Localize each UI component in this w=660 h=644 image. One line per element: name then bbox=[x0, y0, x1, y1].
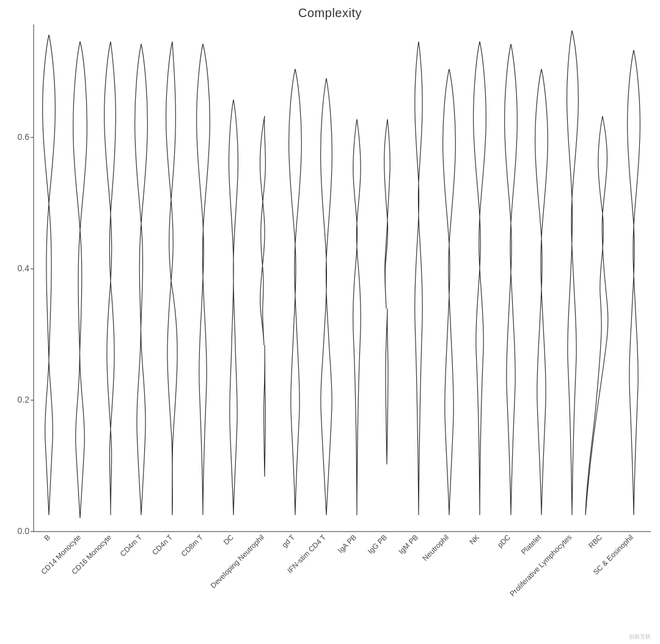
violin-gd-T bbox=[289, 69, 302, 515]
violin-CD16-Monocyte bbox=[105, 42, 116, 515]
svg-text:RBC: RBC bbox=[587, 533, 604, 550]
svg-text:0.4: 0.4 bbox=[18, 263, 30, 273]
violin-RBC bbox=[585, 116, 608, 515]
violin-Proliferative-Lymphocytes bbox=[567, 31, 579, 515]
violin-IgG-PB bbox=[384, 119, 390, 464]
svg-text:0.2: 0.2 bbox=[18, 395, 30, 404]
violin-Neutrophil bbox=[443, 69, 456, 515]
svg-text:B: B bbox=[43, 533, 53, 543]
violin-IgA-PB bbox=[353, 119, 361, 515]
violin-IgM-PB bbox=[415, 42, 423, 515]
svg-text:Platelet: Platelet bbox=[519, 533, 543, 557]
svg-text:NK: NK bbox=[468, 533, 481, 546]
svg-text:pDC: pDC bbox=[496, 533, 512, 549]
svg-text:CD4n T: CD4n T bbox=[150, 533, 174, 557]
svg-text:0.0: 0.0 bbox=[18, 526, 30, 536]
svg-text:0.6: 0.6 bbox=[18, 132, 30, 142]
violin-Platelet bbox=[535, 69, 548, 515]
svg-text:IgM PB: IgM PB bbox=[397, 533, 420, 556]
svg-text:gd T: gd T bbox=[280, 533, 296, 549]
svg-text:创新互联: 创新互联 bbox=[629, 634, 651, 640]
violin-CD4m-T bbox=[135, 44, 148, 515]
violin-CD8m-T bbox=[197, 44, 210, 515]
violin-DC bbox=[229, 100, 238, 515]
violin-IFN-stim-CD4-T bbox=[321, 78, 332, 515]
violin-NK bbox=[474, 42, 486, 515]
svg-text:Neutrophil: Neutrophil bbox=[421, 533, 451, 563]
violin-SC-Eosinophil bbox=[628, 50, 640, 515]
svg-text:IgG PB: IgG PB bbox=[366, 533, 389, 555]
svg-text:Developing Neutrophil: Developing Neutrophil bbox=[209, 533, 266, 590]
svg-text:Proliferative Lymphocytes: Proliferative Lymphocytes bbox=[508, 533, 573, 598]
violin-Developing-Neutrophil bbox=[260, 116, 266, 477]
svg-text:DC: DC bbox=[222, 533, 235, 546]
violin-B bbox=[43, 35, 56, 515]
violin-pDC bbox=[505, 44, 518, 515]
violin-CD14-Monocyte bbox=[73, 42, 87, 518]
chart-container: Complexity 0.0 0.2 0.4 0.6 bbox=[0, 0, 660, 644]
violin-CD4n-T bbox=[166, 42, 177, 515]
svg-text:CD8m T: CD8m T bbox=[180, 533, 205, 558]
svg-text:IgA PB: IgA PB bbox=[336, 533, 358, 555]
svg-text:CD4m T: CD4m T bbox=[119, 533, 144, 558]
